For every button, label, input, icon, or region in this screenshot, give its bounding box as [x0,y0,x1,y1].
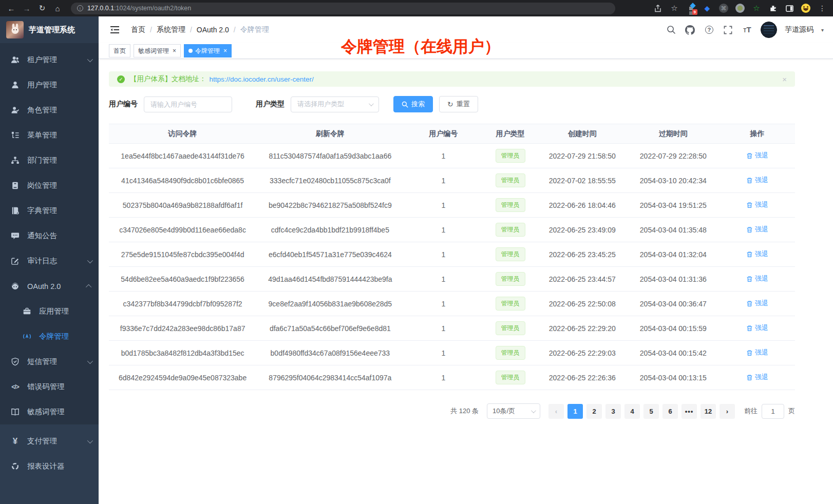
sidebar-item-dict[interactable]: 字典管理 [0,198,99,223]
next-page-button[interactable]: › [720,404,735,419]
force-logout-button[interactable]: 强退 [746,373,768,382]
app-logo[interactable]: 芋道管理系统 [0,16,99,43]
bookmark-star-icon[interactable]: ☆ [669,3,680,14]
user-type-badge: 管理员 [496,371,525,384]
sidebar-item-report-designer[interactable]: 报表设计器 [0,454,99,479]
font-size-icon[interactable]: TT [742,24,753,35]
sidebar-item-tenant[interactable]: 租户管理 [0,47,99,72]
sidebar-item-role[interactable]: 角色管理 [0,98,99,123]
search-icon[interactable] [666,24,677,35]
profile-avatar-icon[interactable] [800,3,811,14]
sidebar-item-sensitive-word[interactable]: 敏感词管理 [0,399,99,424]
help-icon[interactable]: ? [704,24,715,35]
force-logout-button[interactable]: 强退 [746,348,768,357]
breadcrumb-item[interactable]: 首页 [131,25,145,34]
sidebar-item-post[interactable]: 岗位管理 [0,173,99,198]
chevron-down-icon [87,56,93,62]
user-type-select[interactable]: 请选择用户类型 [291,96,379,112]
tab-敏感词管理[interactable]: 敏感词管理× [134,44,181,57]
sensitive-icon [11,408,20,416]
cell-created-time: 2022-06-26 18:04:46 [538,193,627,218]
sidebar-collapse-icon[interactable] [110,26,120,34]
sidebar-item-oauth2-app[interactable]: 应用管理 [0,299,99,324]
sidebar-item-audit-log[interactable]: 审计日志 [0,248,99,274]
pin-extension-icon[interactable]: 9 [685,3,696,14]
page-button-4[interactable]: 4 [624,404,640,419]
back-icon[interactable]: ← [5,2,17,14]
browser-menu-icon[interactable]: ⋮ [817,3,828,14]
user-avatar[interactable] [761,22,777,38]
sidebar-item-menu[interactable]: 菜单管理 [0,123,99,148]
page-button-1[interactable]: 1 [567,404,583,419]
sidebar-item-sms[interactable]: 短信管理 [0,349,99,374]
sidebar-item-dept[interactable]: 部门管理 [0,148,99,173]
doc-alert-banner: ✓ 【用户体系】文档地址： https://doc.iocoder.cn/use… [109,71,795,87]
page-size-select[interactable]: 10条/页 [487,403,540,419]
fullscreen-icon[interactable] [723,24,734,35]
home-icon[interactable]: ⌂ [51,2,64,14]
user-id-input[interactable] [144,96,232,112]
reset-button[interactable]: ↻ 重置 [439,96,478,112]
tab-首页[interactable]: 首页 [109,44,130,57]
page-button-2[interactable]: 2 [586,404,602,419]
sidebar-item-oauth2-token[interactable]: 令牌管理 [0,324,99,349]
cell-expire-time: 2054-03-04 00:13:15 [627,365,720,390]
force-logout-button[interactable]: 强退 [746,249,768,259]
sidebar-item-notice[interactable]: 通知公告 [0,223,99,248]
cell-access-token: 1ea5e44f8bc1467aaede43144f31de76 [109,144,256,168]
gem-extension-icon[interactable]: ◆ [702,3,713,14]
column-header: 刷新令牌 [256,124,404,144]
forward-icon[interactable]: → [21,2,33,14]
logo-avatar-icon [6,21,24,38]
site-info-icon[interactable]: i [77,5,83,11]
user-type-badge: 管理员 [496,321,525,335]
breadcrumb-item[interactable]: OAuth 2.0 [197,26,229,34]
table-row: 6d842e2924594de9a09e45e087323abe 8796295… [109,365,795,390]
force-logout-button[interactable]: 强退 [746,225,768,234]
sidepanel-icon[interactable] [784,3,795,14]
cell-user-id: 1 [404,242,483,267]
page-button-6[interactable]: 6 [662,404,678,419]
sidebar-item-pay[interactable]: ¥ 支付管理 [0,429,99,454]
force-logout-button[interactable]: 强退 [746,151,768,160]
report-icon [11,462,20,471]
star-extension-icon[interactable]: ☆ [751,3,762,14]
alert-close-icon[interactable]: × [782,75,787,84]
force-logout-button[interactable]: 强退 [746,176,768,185]
tab-close-icon[interactable]: × [223,47,227,54]
tab-close-icon[interactable]: × [173,47,176,54]
column-header: 访问令牌 [109,124,256,144]
github-icon[interactable] [685,24,696,35]
cell-refresh-token: 811c530487574fa0af1a59d3abc1aa66 [256,144,404,168]
goto-page-input[interactable] [762,404,784,419]
navbar-right: ?TT 芋道源码 ▾ [666,22,824,38]
page-button-5[interactable]: 5 [643,404,659,419]
force-logout-button[interactable]: 强退 [746,299,768,308]
puzzle-extension-icon[interactable] [767,3,779,14]
recorder-extension-icon[interactable] [734,3,746,14]
tab-令牌管理[interactable]: 令牌管理× [184,44,232,57]
force-logout-button[interactable]: 强退 [746,274,768,283]
command-extension-icon[interactable]: ⌘ [718,3,729,14]
sidebar-item-user[interactable]: 用户管理 [0,72,99,98]
page-button-3[interactable]: 3 [605,404,621,419]
more-pages-button[interactable]: ••• [681,404,697,419]
share-icon[interactable] [652,3,664,14]
breadcrumb-item[interactable]: 系统管理 [157,25,185,34]
cell-expire-time: 2054-03-04 19:51:25 [627,193,720,218]
user-menu-caret-icon[interactable]: ▾ [821,27,824,33]
sidebar-item-oauth2[interactable]: OAuth 2.0 [0,274,99,299]
prev-page-button[interactable]: ‹ [548,404,564,419]
page-button-12[interactable]: 12 [701,404,716,419]
reload-icon[interactable]: ↻ [36,2,48,14]
force-logout-button[interactable]: 强退 [746,200,768,209]
refresh-icon: ↻ [447,101,453,108]
alert-doc-link[interactable]: https://doc.iocoder.cn/user-center/ [210,75,314,83]
sidebar-item-error-code[interactable]: </> 错误码管理 [0,374,99,399]
cell-access-token: 275e5de9151045fe87cbdc395e004f4d [109,242,256,267]
address-bar[interactable]: i 127.0.0.1:1024/system/oauth2/token [71,3,615,14]
search-button[interactable]: 搜索 [393,96,433,112]
user-name[interactable]: 芋道源码 [785,25,813,34]
force-logout-button[interactable]: 强退 [746,323,768,333]
chevron-down-icon [531,408,536,413]
